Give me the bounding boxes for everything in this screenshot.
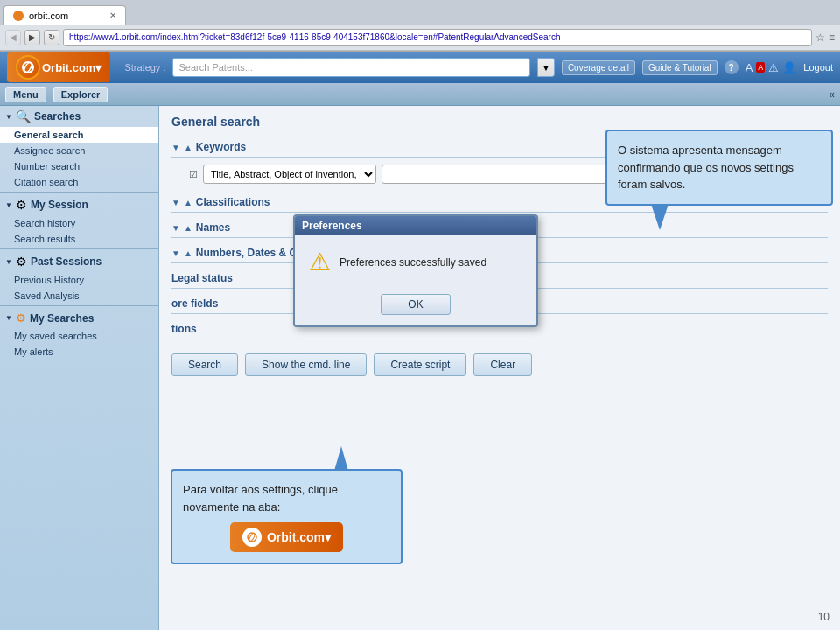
explorer-button[interactable]: Explorer: [53, 87, 108, 102]
dialog-title: Preferences: [302, 220, 362, 232]
url-text: https://www1.orbit.com/index.html?ticket…: [69, 32, 560, 42]
names-collapse-icon[interactable]: ▼: [172, 223, 180, 233]
names-triangle-icon[interactable]: ▲: [184, 223, 192, 233]
keywords-field-select[interactable]: Title, Abstract, Object of invention,: [203, 164, 376, 184]
search-button[interactable]: Search: [172, 354, 238, 376]
searches-triangle-icon: ▼: [5, 113, 12, 121]
my-searches-section-icon: ⚙: [16, 312, 26, 325]
searches-section-header[interactable]: ▼ 🔍 Searches: [0, 106, 158, 127]
number-search-label: Number search: [14, 161, 80, 172]
past-sessions-icon: ⚙: [16, 255, 27, 269]
logout-label[interactable]: Logout: [803, 62, 833, 73]
keywords-triangle-icon[interactable]: ▲: [184, 143, 192, 152]
general-search-label: General search: [14, 130, 84, 140]
clear-button[interactable]: Clear: [473, 354, 532, 376]
searches-section-title: Searches: [34, 110, 80, 122]
annotation-right-arrow: [651, 204, 668, 230]
keywords-collapse-icon[interactable]: ▼: [172, 143, 180, 152]
brand-label: Orbit.com▾: [42, 61, 102, 74]
sidebar-item-search-results[interactable]: Search results: [0, 231, 158, 247]
collapse-button[interactable]: «: [829, 88, 835, 101]
assignee-search-label: Assignee search: [14, 145, 85, 156]
annotation-left-arrow: [334, 446, 348, 471]
sidebar-item-my-saved-searches[interactable]: My saved searches: [0, 328, 158, 344]
sidebar: ▼ 🔍 Searches General search Assignee sea…: [0, 106, 159, 630]
show-cmd-button[interactable]: Show the cmd. line: [245, 354, 367, 376]
dialog-ok-button[interactable]: OK: [381, 294, 450, 315]
create-script-button[interactable]: Create script: [374, 354, 466, 376]
classifications-collapse-icon[interactable]: ▼: [172, 198, 180, 207]
numbers-dates-collapse-icon[interactable]: ▼: [172, 248, 180, 258]
classifications-triangle-icon[interactable]: ▲: [184, 198, 192, 207]
address-bar[interactable]: https://www1.orbit.com/index.html?ticket…: [63, 29, 812, 46]
sidebar-divider-2: [0, 248, 158, 249]
my-searches-section-header[interactable]: ▼ ⚙ My Searches: [0, 308, 158, 328]
toolbar-row: Menu Explorer «: [0, 83, 840, 106]
preferences-dialog: Preferences ⚠ Preferences successfully s…: [293, 214, 538, 327]
search-history-label: Search history: [14, 218, 75, 228]
numbers-dates-triangle-icon[interactable]: ▲: [184, 248, 192, 258]
browser-tab[interactable]: orbit.com ✕: [4, 5, 126, 24]
bookmark-icon[interactable]: ☆: [816, 32, 825, 44]
translate-icon[interactable]: A: [746, 61, 753, 74]
my-alerts-label: My alerts: [14, 346, 53, 357]
help-icon[interactable]: ?: [724, 60, 738, 74]
sidebar-item-general-search[interactable]: General search: [0, 127, 158, 143]
names-label: Names: [196, 221, 230, 234]
back-button[interactable]: ◀: [5, 30, 21, 46]
more-fields-label: ore fields: [172, 298, 218, 310]
keywords-checkbox[interactable]: ☑: [189, 169, 198, 180]
sidebar-divider-3: [0, 305, 158, 306]
forward-button[interactable]: ▶: [24, 30, 40, 46]
guide-button[interactable]: Guide & Tutorial: [642, 60, 718, 75]
past-sessions-section-header[interactable]: ▼ ⚙ Past Sessions: [0, 251, 158, 272]
my-saved-searches-label: My saved searches: [14, 331, 97, 341]
search-dropdown[interactable]: ▼: [537, 58, 555, 77]
sidebar-item-my-alerts[interactable]: My alerts: [0, 344, 158, 360]
past-sessions-triangle-icon: ▼: [5, 258, 12, 266]
search-patents-input[interactable]: Search Patents...: [172, 58, 530, 77]
tab-label: orbit.com: [29, 10, 68, 21]
annotation-box-left: Para voltar aos settings, clique novamen…: [171, 469, 402, 564]
tions-label: tions: [172, 323, 197, 335]
favicon-icon: [13, 10, 24, 21]
searches-section-icon: 🔍: [16, 109, 31, 123]
annotation-right-text: O sistema apresenta mensagem confirmando…: [618, 144, 794, 191]
classifications-label: Classifications: [196, 196, 270, 208]
dialog-footer: OK: [295, 289, 536, 326]
tab-close-icon[interactable]: ✕: [109, 10, 116, 20]
sidebar-item-search-history[interactable]: Search history: [0, 215, 158, 231]
orbit-logo[interactable]: Orbit.com▾: [7, 52, 110, 82]
browser-chrome: orbit.com ✕ ◀ ▶ ↻ https://www1.orbit.com…: [0, 0, 840, 52]
my-searches-triangle-icon: ▼: [5, 314, 12, 322]
legal-status-label: Legal status: [172, 272, 233, 284]
sidebar-item-citation-search[interactable]: Citation search: [0, 174, 158, 190]
saved-analysis-label: Saved Analysis: [14, 290, 80, 301]
orbit-mini-circle-icon: [242, 528, 262, 547]
menu-button[interactable]: Menu: [5, 87, 46, 102]
tab-bar: orbit.com ✕: [0, 0, 840, 24]
coverage-button[interactable]: Coverage detail: [562, 60, 635, 75]
page-title: General search: [172, 115, 828, 129]
sidebar-item-assignee-search[interactable]: Assignee search: [0, 143, 158, 158]
annotation-box-right: O sistema apresenta mensagem confirmando…: [606, 130, 833, 206]
orbit-logo-mini: Orbit.com▾: [230, 522, 343, 552]
sidebar-item-previous-history[interactable]: Previous History: [0, 272, 158, 288]
my-session-title: My Session: [31, 199, 88, 211]
page-number: 10: [818, 611, 830, 623]
annotation-left-text: Para voltar aos settings, clique novamen…: [183, 483, 338, 514]
past-sessions-title: Past Sessions: [31, 256, 102, 268]
menu-icon[interactable]: ≡: [829, 32, 835, 44]
sidebar-item-number-search[interactable]: Number search: [0, 158, 158, 174]
refresh-button[interactable]: ↻: [44, 30, 60, 46]
my-session-section-header[interactable]: ▼ ⚙ My Session: [0, 194, 158, 215]
dialog-message: Preferences successfully saved: [340, 256, 486, 269]
alert-icon: A: [756, 62, 765, 73]
user-icon: 👤: [782, 61, 796, 74]
app-header: Orbit.com▾ Strategy : Search Patents... …: [0, 52, 840, 83]
action-buttons: Search Show the cmd. line Create script …: [172, 345, 828, 385]
sidebar-item-saved-analysis[interactable]: Saved Analysis: [0, 288, 158, 304]
header-right: Coverage detail Guide & Tutorial ? A A ⚠…: [562, 60, 833, 75]
my-session-triangle-icon: ▼: [5, 201, 12, 209]
strategy-label: Strategy :: [124, 62, 165, 73]
